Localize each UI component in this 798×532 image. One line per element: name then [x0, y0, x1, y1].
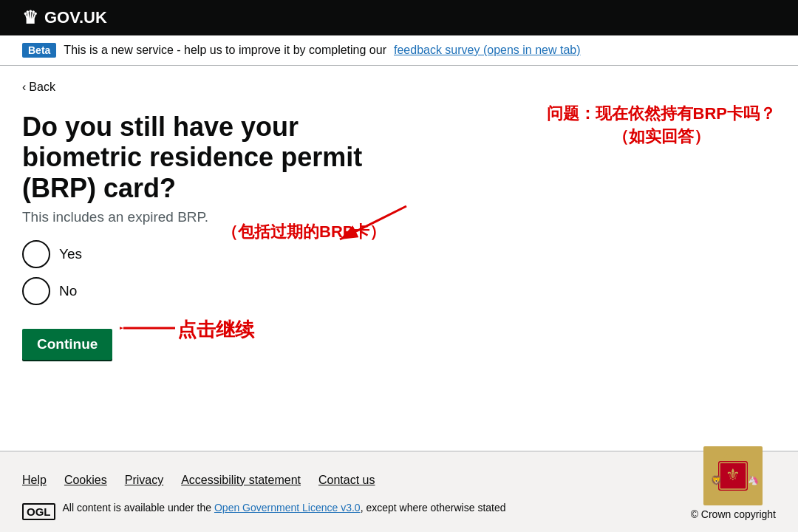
- crown-emblem-svg: ⚜ 🦁 🦄: [703, 446, 763, 505]
- footer-link-accessibility[interactable]: Accessibility statement: [181, 474, 301, 487]
- main-content: ‹ Back Do you still have your biometric …: [0, 66, 480, 389]
- radio-item-yes: Yes: [22, 240, 458, 268]
- back-label: Back: [29, 81, 55, 94]
- radio-no-input[interactable]: [22, 277, 50, 305]
- feedback-survey-link[interactable]: feedback survey (opens in new tab): [394, 44, 581, 57]
- page-wrapper: ♛ GOV.UK Beta This is a new service - he…: [0, 0, 798, 532]
- crown-copyright-text: © Crown copyright: [691, 508, 776, 520]
- radio-no-label[interactable]: No: [59, 283, 77, 299]
- footer-link-contact[interactable]: Contact us: [318, 474, 375, 487]
- footer-link-privacy[interactable]: Privacy: [125, 474, 163, 487]
- gov-logo-text: GOV.UK: [44, 8, 107, 27]
- back-link[interactable]: ‹ Back: [22, 81, 55, 94]
- crown-icon: ♛: [22, 7, 38, 28]
- svg-text:⚜: ⚜: [726, 466, 740, 484]
- crown-copyright: ⚜ 🦁 🦄 © Crown copyright: [691, 446, 776, 520]
- gov-header: ♛ GOV.UK: [0, 0, 798, 35]
- radio-yes-input[interactable]: [22, 240, 50, 268]
- ogl-text: All content is available under the Open …: [63, 502, 506, 514]
- content-area: ‹ Back Do you still have your biometric …: [0, 66, 798, 451]
- beta-banner: Beta This is a new service - help us to …: [0, 35, 798, 66]
- back-chevron: ‹: [22, 81, 26, 94]
- beta-text: This is a new service - help us to impro…: [64, 44, 386, 57]
- continue-button[interactable]: Continue: [22, 329, 112, 360]
- radio-group: Yes No: [22, 240, 458, 305]
- beta-tag: Beta: [22, 43, 56, 58]
- annotation-question: 问题：现在依然持有BRP卡吗？ （如实回答）: [547, 103, 776, 149]
- page-heading: Do you still have your biometric residen…: [22, 112, 421, 203]
- footer-nav: Help Cookies Privacy Accessibility state…: [22, 474, 776, 487]
- footer-bottom: OGL All content is available under the O…: [22, 502, 776, 520]
- radio-yes-label[interactable]: Yes: [59, 246, 82, 262]
- svg-text:🦁: 🦁: [711, 474, 722, 485]
- gov-logo-link[interactable]: ♛ GOV.UK: [22, 7, 107, 28]
- ogl-licence-link[interactable]: Open Government Licence v3.0: [214, 502, 361, 514]
- radio-item-no: No: [22, 277, 458, 305]
- hint-text: This includes an expired BRP.: [22, 209, 458, 225]
- footer: Help Cookies Privacy Accessibility state…: [0, 451, 798, 532]
- footer-link-help[interactable]: Help: [22, 474, 47, 487]
- footer-link-cookies[interactable]: Cookies: [64, 474, 107, 487]
- ogl-logo: OGL: [22, 503, 55, 520]
- svg-text:🦄: 🦄: [748, 474, 759, 485]
